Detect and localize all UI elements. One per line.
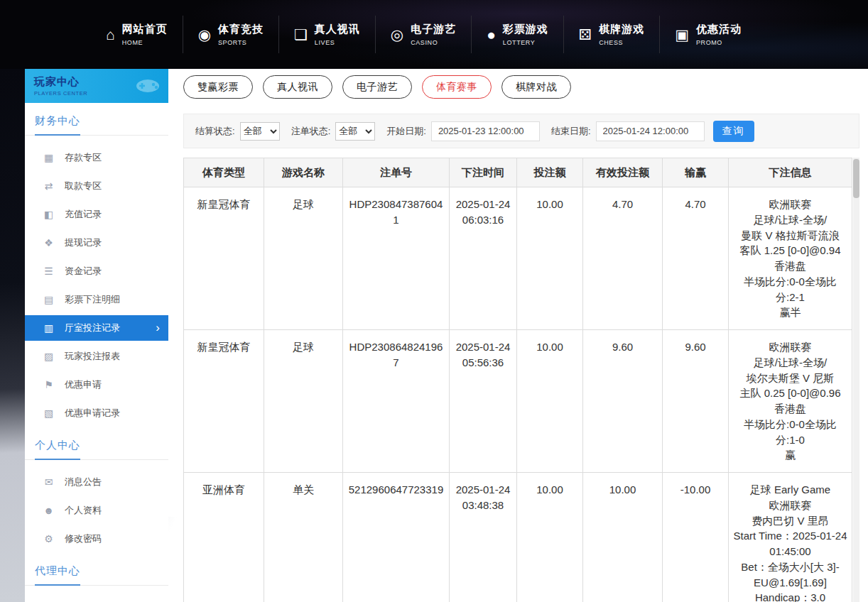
section-title-finance: 财务中心 [25, 114, 168, 136]
sidebar-item-withdraw[interactable]: ⇄ 取款专区 [25, 172, 168, 200]
nav-item-home[interactable]: ⌂ 网站首页HOME [91, 16, 183, 53]
sidebar-item-label: 修改密码 [65, 532, 102, 545]
lottery-ball-icon: ● [487, 27, 496, 42]
tab-live[interactable]: 真人视讯 [263, 75, 332, 99]
sidebar-title: 玩家中心 [34, 75, 87, 89]
sidebar-item-deposit[interactable]: ▦ 存款专区 [25, 143, 168, 172]
sidebar-item-label: 优惠申请记录 [65, 407, 120, 420]
sidebar-item-label: 玩家投注报表 [65, 350, 120, 363]
nav-sublabel: HOME [122, 39, 168, 46]
cell-win-loss: -10.00 [663, 473, 729, 602]
nav-item-sports[interactable]: ◉ 体育竞技SPORTS [183, 16, 278, 53]
sidebar-item-promo-apply[interactable]: ⚑ 优惠申请 [25, 371, 168, 399]
cell-bet-time: 2025-01-24 03:48:38 [450, 473, 517, 602]
sidebar-item-label: 消息公告 [65, 476, 102, 488]
nav-sublabel: LOTTERY [503, 39, 548, 46]
scrollbar-thumb[interactable] [853, 159, 859, 198]
tab-sports[interactable]: 体育赛事 [422, 75, 492, 99]
column-header-win-loss: 输赢 [663, 158, 729, 187]
nav-label: 真人视讯 [315, 23, 360, 36]
cell-bet-time: 2025-01-24 06:03:16 [450, 187, 517, 330]
sidebar-item-promo-apply-record[interactable]: ▧ 优惠申请记录 [25, 399, 168, 427]
cell-win-loss: 9.60 [663, 330, 729, 473]
profile-icon: ☻ [43, 505, 55, 515]
promo-apply-record-icon: ▧ [43, 408, 55, 418]
nav-item-lottery[interactable]: ● 彩票游戏LOTTERY [471, 16, 563, 53]
nav-label: 棋牌游戏 [599, 23, 644, 36]
sidebar-item-profile[interactable]: ☻ 个人资料 [25, 496, 168, 525]
sidebar-item-hall-bet-record[interactable]: ▥ 厅室投注记录 › [25, 315, 168, 341]
tab-chess[interactable]: 棋牌对战 [501, 75, 571, 99]
cell-game: 足球 [264, 330, 343, 473]
cell-sport: 新皇冠体育 [184, 187, 264, 330]
bet-records-table: 体育类型 游戏名称 注单号 下注时间 投注额 有效投注额 输赢 下注信息 新皇冠… [183, 158, 852, 602]
sidebar-item-funds-record[interactable]: ☰ 资金记录 [25, 257, 168, 285]
sidebar: 玩家中心 PLAYERS CENTER 财务中心 ▦ 存款专区 ⇄ 取款专区 [25, 69, 168, 602]
cell-bet-no: 5212960647723319 [343, 473, 450, 602]
cell-win-loss: 4.70 [663, 187, 729, 330]
withdraw-icon: ⇄ [43, 181, 55, 191]
nav-sublabel: PROMO [696, 39, 742, 46]
nav-item-chess[interactable]: ⚄ 棋牌游戏CHESS [563, 16, 659, 53]
search-button[interactable]: 查询 [713, 121, 754, 142]
chess-dice-icon: ⚄ [579, 27, 592, 42]
tab-lottery[interactable]: 雙赢彩票 [183, 75, 253, 99]
password-icon: ⚙ [43, 534, 55, 544]
order-status-select[interactable]: 全部 [335, 122, 375, 141]
settle-status-select[interactable]: 全部 [240, 122, 280, 141]
cell-bet-info: 欧洲联赛 足球/让球-全场/ 曼联 V 格拉斯哥流浪 客队 1.25 [0-0]… [729, 187, 852, 330]
hall-bet-record-icon: ▥ [43, 323, 55, 333]
finance-menu: ▦ 存款专区 ⇄ 取款专区 ◧ 充值记录 ❖ 提现记录 ☰ 资金记录 ▤ 彩票下… [25, 143, 168, 427]
sidebar-item-label: 优惠申请 [65, 378, 102, 391]
sidebar-item-change-password[interactable]: ⚙ 修改密码 [25, 525, 168, 553]
table-row: 亚洲体育 单关 5212960647723319 2025-01-24 03:4… [184, 473, 852, 602]
column-header-sport: 体育类型 [184, 158, 264, 187]
cell-bet-time: 2025-01-24 05:56:36 [450, 330, 517, 473]
nav-label: 优惠活动 [696, 23, 742, 36]
nav-item-lives[interactable]: ❏ 真人视讯LIVES [278, 16, 375, 53]
table-row: 新皇冠体育 足球 HDP2308648241967 2025-01-24 05:… [184, 330, 852, 473]
sidebar-item-label: 彩票下注明细 [65, 293, 120, 306]
sidebar-item-messages[interactable]: ✉ 消息公告 [25, 468, 168, 496]
section-title-agent: 代理中心 [25, 564, 168, 586]
nav-menu: ⌂ 网站首页HOME ◉ 体育竞技SPORTS ❏ 真人视讯LIVES ◎ 电子… [91, 16, 756, 53]
column-header-bet-info: 下注信息 [729, 158, 852, 187]
tab-casino[interactable]: 电子游艺 [342, 75, 412, 99]
nav-item-promo[interactable]: ▣ 优惠活动PROMO [659, 16, 756, 53]
start-date-input[interactable] [431, 121, 540, 141]
promo-apply-icon: ⚑ [43, 380, 55, 390]
order-status-label: 注单状态: [291, 125, 331, 138]
sidebar-item-player-bet-report[interactable]: ▨ 玩家投注报表 [25, 342, 168, 371]
sidebar-item-label: 取款专区 [65, 180, 102, 192]
table-scrollbar[interactable] [853, 158, 859, 602]
sidebar-subtitle: PLAYERS CENTER [34, 90, 87, 97]
main-content: 雙赢彩票 真人视讯 电子游艺 体育赛事 棋牌对战 结算状态: 全部 注单状态: … [183, 69, 859, 602]
cell-valid-amount: 4.70 [583, 187, 663, 330]
withdrawal-record-icon: ❖ [43, 238, 55, 248]
sidebar-item-agent-rules[interactable]: ▯ 代理规则说明 [25, 593, 168, 602]
cell-bet-no: HDP2308648241967 [343, 330, 450, 473]
lottery-bet-detail-icon: ▤ [43, 295, 55, 305]
end-date-input[interactable] [596, 121, 705, 141]
sidebar-item-recharge-record[interactable]: ◧ 充值记录 [25, 200, 168, 229]
sidebar-item-withdrawal-record[interactable]: ❖ 提现记录 [25, 229, 168, 257]
settle-status-label: 结算状态: [195, 125, 235, 138]
end-date-label: 结束日期: [551, 125, 591, 138]
player-bet-report-icon: ▨ [43, 351, 55, 361]
table-header-row: 体育类型 游戏名称 注单号 下注时间 投注额 有效投注额 输赢 下注信息 [184, 158, 852, 187]
casino-chip-icon: ◎ [391, 27, 403, 42]
column-header-valid-amount: 有效投注额 [583, 158, 663, 187]
cell-amount: 10.00 [517, 187, 583, 330]
cell-bet-info: 欧洲联赛 足球/让球-全场/ 埃尔夫斯堡 V 尼斯 主队 0.25 [0-0]@… [729, 330, 852, 473]
sidebar-item-lottery-bet-detail[interactable]: ▤ 彩票下注明细 [25, 285, 168, 314]
cell-valid-amount: 10.00 [583, 473, 663, 602]
home-icon: ⌂ [106, 27, 115, 42]
sidebar-item-label: 提现记录 [65, 236, 102, 249]
nav-sublabel: CASINO [411, 39, 456, 46]
bet-records-table-wrap: 体育类型 游戏名称 注单号 下注时间 投注额 有效投注额 输赢 下注信息 新皇冠… [183, 158, 859, 602]
cell-valid-amount: 9.60 [583, 330, 663, 473]
nav-item-casino[interactable]: ◎ 电子游艺CASINO [375, 16, 471, 53]
category-tabs: 雙赢彩票 真人视讯 电子游艺 体育赛事 棋牌对战 [183, 75, 859, 99]
chevron-right-icon: › [156, 321, 160, 335]
section-title-personal: 个人中心 [25, 439, 168, 460]
